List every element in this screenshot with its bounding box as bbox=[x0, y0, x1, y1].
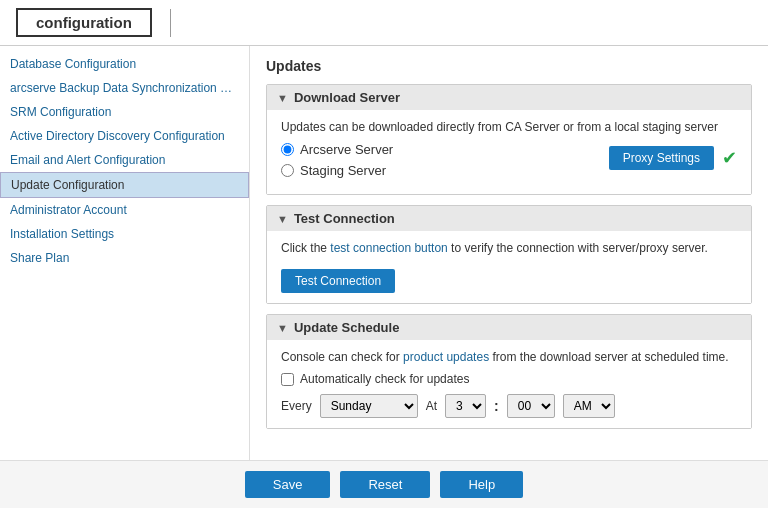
sidebar-item-admin-account[interactable]: Administrator Account bbox=[0, 198, 249, 222]
sidebar-item-srm-config[interactable]: SRM Configuration bbox=[0, 100, 249, 124]
day-select[interactable]: Sunday Monday Tuesday Wednesday Thursday… bbox=[320, 394, 418, 418]
header-divider bbox=[170, 9, 171, 37]
header: configuration bbox=[0, 0, 768, 46]
update-schedule-body: Console can check for product updates fr… bbox=[267, 340, 751, 428]
download-server-body: Updates can be downloaded directly from … bbox=[267, 110, 751, 194]
every-label: Every bbox=[281, 399, 312, 413]
staging-label: Staging Server bbox=[300, 163, 386, 178]
page-title: configuration bbox=[16, 8, 152, 37]
product-updates-text: product updates bbox=[403, 350, 489, 364]
proxy-row: Proxy Settings ✔ bbox=[609, 146, 737, 170]
sidebar-item-arcserve-sync[interactable]: arcserve Backup Data Synchronization Sch… bbox=[0, 76, 249, 100]
test-connection-link-text: test connection button bbox=[330, 241, 447, 255]
auto-check-checkbox[interactable] bbox=[281, 373, 294, 386]
hour-select[interactable]: 1 2 3 4 5 6 bbox=[445, 394, 486, 418]
sidebar-item-update-config[interactable]: Update Configuration bbox=[0, 172, 249, 198]
download-server-panel: ▼ Download Server Updates can be downloa… bbox=[266, 84, 752, 195]
download-server-chevron: ▼ bbox=[277, 92, 288, 104]
main-layout: Database Configuration arcserve Backup D… bbox=[0, 46, 768, 460]
test-connection-title: Test Connection bbox=[294, 211, 395, 226]
colon-separator: : bbox=[494, 398, 499, 414]
sidebar-item-install-settings[interactable]: Installation Settings bbox=[0, 222, 249, 246]
update-schedule-info: Console can check for product updates fr… bbox=[281, 350, 737, 364]
sidebar-item-database-config[interactable]: Database Configuration bbox=[0, 52, 249, 76]
update-schedule-chevron: ▼ bbox=[277, 322, 288, 334]
test-connection-panel: ▼ Test Connection Click the test connect… bbox=[266, 205, 752, 304]
help-button[interactable]: Help bbox=[440, 471, 523, 498]
content-area: Updates ▼ Download Server Updates can be… bbox=[250, 46, 768, 460]
test-connection-info: Click the test connection button to veri… bbox=[281, 241, 737, 255]
ampm-select[interactable]: AM PM bbox=[563, 394, 615, 418]
download-server-header: ▼ Download Server bbox=[267, 85, 751, 110]
proxy-settings-button[interactable]: Proxy Settings bbox=[609, 146, 714, 170]
section-title: Updates bbox=[266, 58, 752, 74]
reset-button[interactable]: Reset bbox=[340, 471, 430, 498]
schedule-row: Every Sunday Monday Tuesday Wednesday Th… bbox=[281, 394, 737, 418]
radio-arcserve-row: Arcserve Server bbox=[281, 142, 393, 157]
test-connection-body: Click the test connection button to veri… bbox=[267, 231, 751, 303]
download-server-info: Updates can be downloaded directly from … bbox=[281, 120, 737, 134]
sidebar: Database Configuration arcserve Backup D… bbox=[0, 46, 250, 460]
sidebar-item-share-plan[interactable]: Share Plan bbox=[0, 246, 249, 270]
save-button[interactable]: Save bbox=[245, 471, 331, 498]
minute-select[interactable]: 00 15 30 45 bbox=[507, 394, 555, 418]
update-schedule-panel: ▼ Update Schedule Console can check for … bbox=[266, 314, 752, 429]
sidebar-item-ad-discovery[interactable]: Active Directory Discovery Configuration bbox=[0, 124, 249, 148]
radio-staging-row: Staging Server bbox=[281, 163, 393, 178]
staging-radio[interactable] bbox=[281, 164, 294, 177]
update-schedule-header: ▼ Update Schedule bbox=[267, 315, 751, 340]
arcserve-label: Arcserve Server bbox=[300, 142, 393, 157]
at-label: At bbox=[426, 399, 437, 413]
test-connection-header: ▼ Test Connection bbox=[267, 206, 751, 231]
arcserve-radio[interactable] bbox=[281, 143, 294, 156]
auto-check-label: Automatically check for updates bbox=[300, 372, 469, 386]
sidebar-item-email-alert[interactable]: Email and Alert Configuration bbox=[0, 148, 249, 172]
footer: Save Reset Help bbox=[0, 460, 768, 508]
download-server-title: Download Server bbox=[294, 90, 400, 105]
test-connection-button[interactable]: Test Connection bbox=[281, 269, 395, 293]
proxy-check-icon: ✔ bbox=[722, 147, 737, 169]
update-schedule-title: Update Schedule bbox=[294, 320, 399, 335]
auto-check-row: Automatically check for updates bbox=[281, 372, 737, 386]
test-connection-chevron: ▼ bbox=[277, 213, 288, 225]
